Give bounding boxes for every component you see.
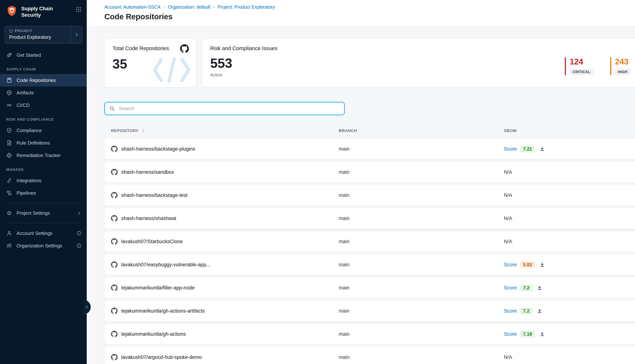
download-sbom-icon[interactable] [537,308,542,314]
sidebar-item-rule-definitions[interactable]: Rule Definitions [0,137,87,149]
sbom-score-value: 7.19 [520,331,535,338]
column-header-sbom: SBOM [504,128,635,134]
repo-cell: lavakush07/easybuggy-vulnerable-app... [111,261,339,268]
sidebar-item-label: Remediation Tracker [17,152,61,158]
table-header: REPOSITORY BRANCH SBOM RISK AND COMPLIAN… [104,128,635,134]
breadcrumb-account[interactable]: Account: Automation-SSCA [104,4,161,10]
table-row[interactable]: lavakush07/easybuggy-vulnerable-app... m… [104,254,635,275]
download-sbom-icon[interactable] [537,285,542,290]
card-title: Risk and Compliance Issues [210,45,635,52]
sidebar-item-compliance[interactable]: Compliance [0,124,87,137]
card-risk-compliance: Risk and Compliance Issues 553 Active 12… [202,39,635,87]
rocket-icon [6,52,12,58]
sbom-cell: Score 5.83 [504,261,635,268]
github-icon [111,308,118,314]
table-row[interactable]: tejakummarikuntla/gh-actions main Score … [104,324,635,344]
sbom-score: Score 7.2 [504,284,542,291]
sbom-na: N/A [504,216,512,221]
repo-name: tejakummarikuntla/gh-actions [121,331,186,337]
shield-check-icon [6,128,12,133]
main: Account: Automation-SSCA › Organization:… [87,0,635,364]
severity-count: 243 [615,57,630,66]
breadcrumb-separator: › [164,4,165,10]
severity-critical: 124 CRITICAL [565,57,593,75]
branch-name: main [339,331,350,337]
project-label: PROJECT [15,29,32,33]
column-header-repository[interactable]: REPOSITORY [111,128,339,134]
sidebar-item-project-settings[interactable]: ⚙ Project Settings [0,207,87,219]
sbom-cell: N/A [504,239,635,244]
app: Supply Chain Security PROJECT Product Ex… [0,0,635,364]
branch-cell: main [339,192,504,198]
download-sbom-icon[interactable] [539,262,545,268]
chevron-right-icon [74,32,79,37]
github-icon [111,169,118,176]
harness-scs-logo [6,5,18,17]
repo-name: shash-harness/backstage-test [121,192,187,198]
table-row[interactable]: lavakush07/StarbucksClone main N/A C3 [104,231,635,252]
table-row[interactable]: shash-harness/backstage-plugins main Sco… [104,139,635,159]
section-header-manage: MANAGE [0,162,87,174]
sidebar-item-remediation-tracker[interactable]: Remediation Tracker [0,149,87,162]
sidebar-item-account-settings[interactable]: Account Settings [0,227,87,240]
branch-name: main [339,169,350,175]
table-row[interactable]: shash-harness/sandbox main N/A C3 [104,162,635,182]
branch-cell: main [339,331,504,337]
sidebar-item-organization-settings[interactable]: Organization Settings [0,240,87,252]
breadcrumb-separator: › [213,4,215,10]
sbom-score: Score 5.83 [504,261,545,268]
sbom-cell: N/A [504,192,635,198]
branch-cell: main [339,262,504,268]
pipelines-icon [6,190,12,196]
github-icon [180,44,189,53]
divider [5,223,82,223]
breadcrumb-organization[interactable]: Organization: default [168,4,210,10]
sbom-cell: Score 7.21 [504,146,635,152]
sidebar-item-pipelines[interactable]: Pipelines [0,187,87,199]
sidebar-item-cicd[interactable]: CI/CD [0,99,87,112]
table-row[interactable]: shash-harness/shashwat main N/A C3 [104,208,635,229]
sort-icon [141,128,146,133]
sidebar-item-get-started[interactable]: Get Started [0,49,87,61]
code-watermark-icon [151,56,192,84]
branch-cell: main [339,239,504,244]
sbom-score: Score 7.21 [504,146,545,152]
project-selector[interactable]: PROJECT Product Exploratory [5,26,82,44]
gear-icon: ⚙ [6,210,12,216]
repo-name: lavakush07/argocd-hub-spoke-demo [121,354,202,360]
repo-cell: shash-harness/backstage-plugins [111,146,339,152]
project-icon [9,29,13,33]
risk-total-value: 553 [210,56,232,70]
sbom-cell: N/A [504,169,635,175]
sbom-cell: N/A [504,354,635,360]
sidebar-item-label: Code Repositories [17,78,56,83]
branch-name: main [339,354,350,360]
download-sbom-icon[interactable] [539,146,545,152]
sidebar-item-code-repositories[interactable]: Code Repositories [0,74,87,86]
breadcrumb-project[interactable]: Project: Product Exploratory [218,4,275,10]
sidebar-item-integrations[interactable]: Integrations [0,174,87,187]
sidebar-item-artifacts[interactable]: Artifacts [0,86,87,99]
search-input[interactable] [118,106,340,112]
sbom-score-label: Score [504,331,517,337]
repo-cell: shash-harness/backstage-test [111,192,339,198]
table-row[interactable]: tejakummarikuntla/gh-actions-artifacts m… [104,301,635,321]
table-row[interactable]: shash-harness/backstage-test main N/A C3 [104,185,635,206]
sidebar-item-label: Rule Definitions [17,140,50,146]
branch-name: main [339,146,350,152]
download-sbom-icon[interactable] [539,331,545,337]
sidebar-item-label: Project Settings [17,210,50,216]
sbom-na: N/A [504,354,512,360]
sidebar-item-label: Artifacts [17,90,34,96]
apps-grid-icon[interactable] [76,6,82,12]
risk-active-metric: 553 Active [210,56,232,78]
project-chevron[interactable] [71,26,82,43]
section-header-risk-compliance: RISK AND COMPLIANCE [0,112,87,124]
table-row[interactable]: lavakush07/argocd-hub-spoke-demo main N/… [104,347,635,364]
branch-cell: main [339,354,504,360]
branch-cell: main [339,169,504,175]
table-row[interactable]: tejakummarikuntla/filler-app-node main S… [104,278,635,298]
page-title: Code Repositories [104,12,635,21]
repositories-table: REPOSITORY BRANCH SBOM RISK AND COMPLIAN… [104,128,635,364]
branch-name: main [339,239,350,244]
